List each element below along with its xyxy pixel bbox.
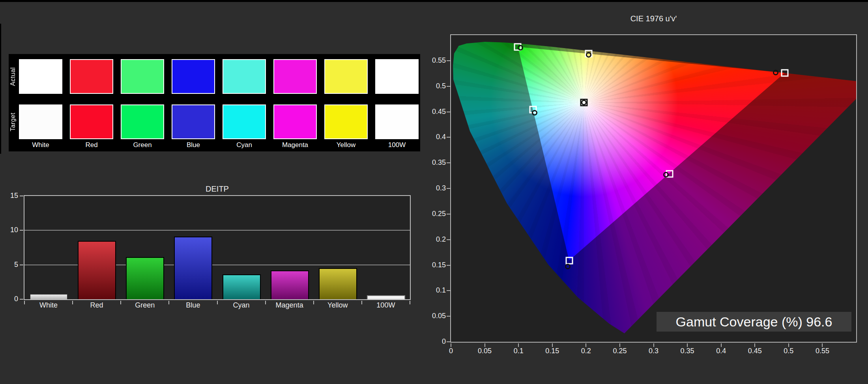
swatch-column-red: Red	[70, 54, 113, 151]
swatch-target-cyan	[223, 104, 266, 139]
cie-x-tick-label: 0.55	[808, 347, 836, 355]
cie-y-tick-label: 0.05	[422, 312, 446, 320]
swatch-label: White	[15, 141, 66, 149]
cie-y-tick	[447, 290, 450, 291]
cie-x-tick-label: 0.1	[505, 347, 532, 355]
x-category-label: Yellow	[314, 301, 362, 309]
swatch-grid: WhiteRedGreenBlueCyanMagentaYellow100W	[19, 54, 419, 151]
x-category-label: Green	[121, 301, 169, 309]
cie-y-tick	[447, 341, 450, 342]
y-tick	[20, 265, 23, 265]
swatch-label: 100W	[371, 141, 423, 149]
row-label-target: Target	[9, 104, 19, 139]
swatch-column-yellow: Yellow	[324, 54, 368, 151]
swatch-actual-white	[19, 59, 62, 94]
x-tick	[361, 301, 362, 304]
cie-x-tick	[754, 343, 755, 347]
swatch-label: Blue	[168, 141, 219, 149]
actual-marker-cyan	[532, 110, 537, 116]
cie-y-tick-label: 0.1	[422, 286, 446, 295]
cie-y-tick	[447, 86, 450, 87]
swatch-target-magenta	[273, 104, 317, 139]
swatch-label: Yellow	[320, 141, 372, 149]
bar-red	[78, 241, 116, 299]
left-edge-strip	[0, 24, 1, 154]
swatch-column-100w: 100W	[375, 54, 419, 151]
cie-y-tick-label: 0.55	[422, 56, 446, 65]
swatch-column-green: Green	[121, 54, 164, 151]
swatch-label: Green	[117, 141, 168, 149]
cie-y-tick-label: 0.25	[422, 210, 446, 218]
cie-y-tick	[447, 162, 450, 163]
cie-chart-title: CIE 1976 u'v'	[450, 14, 857, 23]
deitp-chart-title: DEITP	[24, 185, 411, 194]
row-label-actual: Actual	[9, 59, 19, 94]
target-marker-blue	[565, 257, 573, 264]
cie-y-tick	[447, 188, 450, 189]
y-tick-label: 0	[2, 295, 18, 303]
swatch-actual-100w	[375, 59, 419, 94]
gridline-10	[24, 230, 410, 231]
cie-y-tick-label: 0.4	[422, 133, 446, 141]
swatch-actual-green	[121, 59, 164, 94]
cie-x-tick-label: 0.25	[606, 347, 634, 355]
swatch-target-yellow	[324, 104, 368, 139]
cie-y-tick-label: 0.15	[422, 261, 446, 269]
y-tick	[20, 299, 23, 300]
swatch-column-cyan: Cyan	[223, 54, 266, 151]
swatch-target-white	[19, 104, 62, 139]
actual-marker-blue	[565, 264, 571, 269]
x-category-label: Blue	[169, 301, 217, 309]
cie-x-tick-label: 0.35	[673, 347, 701, 355]
cie-y-tick	[447, 60, 450, 61]
cie-x-tick-label: 0.15	[539, 347, 566, 355]
x-tick	[410, 301, 410, 304]
y-tick	[20, 230, 23, 231]
y-tick-label: 15	[2, 192, 18, 200]
cie-x-tick	[687, 343, 688, 347]
swatch-target-green	[121, 104, 164, 139]
bar-magenta	[271, 270, 309, 299]
cie-y-tick	[447, 239, 450, 240]
cie-x-tick-label: 0.2	[572, 347, 600, 355]
cie-x-tick	[822, 343, 823, 347]
cie-x-tick	[451, 343, 451, 347]
cie-x-tick	[586, 343, 586, 347]
cie-x-tick-label: 0.05	[471, 347, 499, 355]
target-marker-red	[781, 69, 788, 76]
y-tick	[20, 196, 23, 196]
x-tick	[24, 301, 25, 304]
swatch-actual-yellow	[324, 59, 368, 94]
swatch-label: Cyan	[219, 141, 270, 149]
x-category-label: Magenta	[266, 301, 314, 309]
swatch-actual-magenta	[273, 59, 317, 94]
actual-marker-magenta	[663, 172, 669, 177]
cie-x-tick-label: 0.4	[707, 347, 735, 355]
x-tick	[120, 301, 121, 304]
cie-y-tick-label: 0.2	[422, 235, 446, 244]
swatch-label: Magenta	[269, 141, 321, 149]
color-checker-panel: Actual Target WhiteRedGreenBlueCyanMagen…	[9, 54, 420, 151]
cie-y-tick	[447, 214, 450, 214]
swatch-target-100w	[375, 104, 419, 139]
actual-marker-green	[518, 45, 523, 50]
x-tick	[72, 301, 73, 304]
cie-y-tick	[447, 137, 450, 138]
cie-y-tick-label: 0.45	[422, 108, 446, 116]
bar-100w	[367, 295, 405, 299]
actual-marker-red	[773, 70, 778, 75]
cie-x-tick	[619, 343, 620, 347]
x-category-label: 100W	[362, 301, 410, 309]
swatch-actual-cyan	[223, 59, 266, 94]
swatch-target-blue	[172, 104, 215, 139]
cie-x-tick-label: 0.45	[741, 347, 769, 355]
cie-x-tick	[653, 343, 654, 347]
cie-x-tick	[485, 343, 485, 347]
top-strip	[0, 0, 868, 2]
x-category-label: White	[24, 301, 73, 309]
cie-plot-area: Gamut Coverage (%) 96.6	[450, 34, 857, 343]
bar-yellow	[319, 268, 357, 299]
y-tick-label: 5	[2, 261, 18, 269]
cie-x-tick-label: 0.5	[775, 347, 803, 355]
cie-x-tick	[788, 343, 789, 347]
